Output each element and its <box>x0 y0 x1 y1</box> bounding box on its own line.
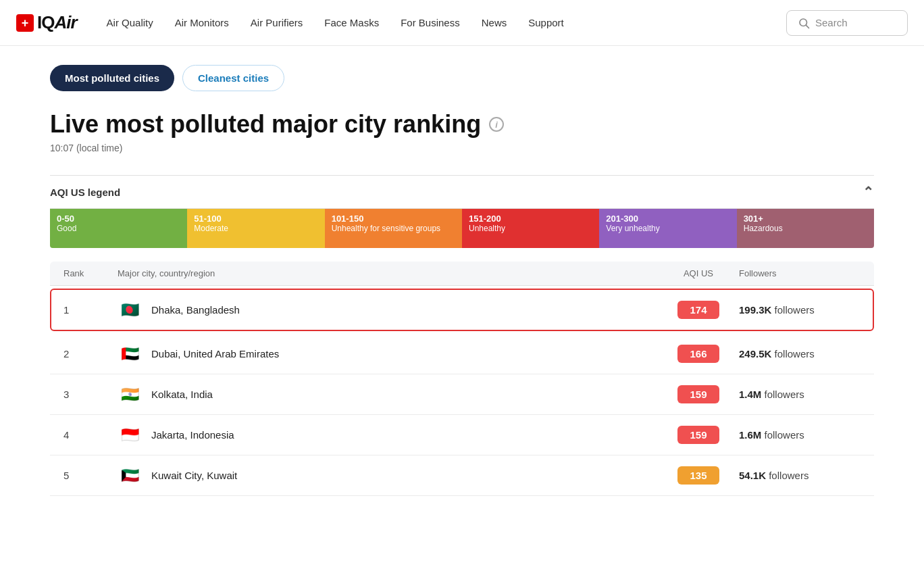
legend-label-unhealthy: Unhealthy <box>469 224 592 233</box>
legend-label-sensitive: Unhealthy for sensitive groups <box>332 224 455 233</box>
nav-for-business[interactable]: For Business <box>390 11 471 34</box>
subtitle: 10:07 (local time) <box>50 143 874 153</box>
col-header-rank: Rank <box>63 268 118 278</box>
table-header: Rank Major city, country/region AQI US F… <box>50 262 874 286</box>
tab-group: Most polluted cities Cleanest cities <box>50 65 874 91</box>
flag-icon: 🇮🇩 <box>118 426 142 444</box>
legend-header[interactable]: AQI US legend ⌃ <box>50 175 874 209</box>
aqi-value: 174 <box>677 301 719 319</box>
flag-icon: 🇧🇩 <box>118 301 142 319</box>
aqi-value: 159 <box>677 385 719 403</box>
logo-text: IQAir <box>37 12 77 33</box>
table-row[interactable]: 4 🇮🇩 Jakarta, Indonesia 159 1.6M followe… <box>50 415 874 455</box>
col-header-followers: Followers <box>739 268 861 278</box>
nav-face-masks[interactable]: Face Masks <box>313 11 390 34</box>
main-nav: Air Quality Air Monitors Air Purifiers F… <box>96 11 786 34</box>
legend-range-very-unhealthy: 201-300 <box>606 214 729 224</box>
rank-number: 3 <box>63 389 118 400</box>
nav-support[interactable]: Support <box>517 11 575 34</box>
rankings-table: Rank Major city, country/region AQI US F… <box>50 262 874 496</box>
header: + IQAir Air Quality Air Monitors Air Pur… <box>0 0 924 46</box>
page-title-area: Live most polluted major city ranking i … <box>50 110 874 153</box>
col-header-aqi: AQI US <box>658 268 739 278</box>
legend-segment-moderate: 51-100 Moderate <box>187 209 324 248</box>
tab-cleanest-cities[interactable]: Cleanest cities <box>182 65 284 91</box>
legend-title: AQI US legend <box>50 187 120 198</box>
city-info: 🇰🇼 Kuwait City, Kuwait <box>118 467 658 485</box>
legend-label-hazardous: Hazardous <box>744 224 867 233</box>
followers-col: 199.3K followers <box>739 304 861 316</box>
rank-number: 5 <box>63 470 118 481</box>
legend-bar: 0-50 Good 51-100 Moderate 101-150 Unheal… <box>50 209 874 248</box>
table-row[interactable]: 1 🇧🇩 Dhaka, Bangladesh 174 199.3K follow… <box>50 289 874 331</box>
page-title: Live most polluted major city ranking i <box>50 110 874 139</box>
search-box[interactable]: Search <box>786 10 908 36</box>
chevron-up-icon: ⌃ <box>863 184 874 200</box>
rank-number: 4 <box>63 429 118 441</box>
city-name: Kuwait City, Kuwait <box>151 470 237 481</box>
legend-range-good: 0-50 <box>57 214 180 224</box>
legend-segment-very-unhealthy: 201-300 Very unhealthy <box>599 209 736 248</box>
aqi-value: 135 <box>677 466 719 485</box>
tab-most-polluted[interactable]: Most polluted cities <box>50 65 174 91</box>
followers-label: followers <box>775 348 815 360</box>
city-name: Jakarta, Indonesia <box>151 429 234 441</box>
flag-icon: 🇰🇼 <box>118 467 142 485</box>
aqi-badge: 159 <box>658 385 739 403</box>
followers-col: 54.1K followers <box>739 470 861 481</box>
flag-icon: 🇮🇳 <box>118 386 142 403</box>
legend-label-very-unhealthy: Very unhealthy <box>606 224 729 233</box>
city-info: 🇦🇪 Dubai, United Arab Emirates <box>118 345 658 363</box>
table-row[interactable]: 5 🇰🇼 Kuwait City, Kuwait 135 54.1K follo… <box>50 455 874 496</box>
flag-icon: 🇦🇪 <box>118 345 142 363</box>
followers-label: followers <box>775 304 815 316</box>
followers-count: 1.4M <box>739 389 761 400</box>
aqi-badge: 174 <box>658 301 739 319</box>
followers-col: 1.6M followers <box>739 429 861 441</box>
followers-count: 249.5K <box>739 348 771 360</box>
city-info: 🇧🇩 Dhaka, Bangladesh <box>118 301 658 319</box>
followers-label: followers <box>765 389 804 400</box>
city-name: Kolkata, India <box>151 389 213 400</box>
aqi-value: 159 <box>677 426 719 444</box>
legend-label-good: Good <box>57 224 180 233</box>
aqi-badge: 166 <box>658 345 739 363</box>
city-name: Dubai, United Arab Emirates <box>151 348 279 360</box>
table-row[interactable]: 3 🇮🇳 Kolkata, India 159 1.4M followers <box>50 374 874 415</box>
rank-number: 2 <box>63 348 118 360</box>
svg-line-1 <box>806 25 808 28</box>
legend-range-sensitive: 101-150 <box>332 214 455 224</box>
followers-count: 199.3K <box>739 304 771 316</box>
aqi-legend: AQI US legend ⌃ 0-50 Good 51-100 Moderat… <box>50 175 874 248</box>
legend-range-moderate: 51-100 <box>194 214 317 224</box>
legend-range-hazardous: 301+ <box>744 214 867 224</box>
logo[interactable]: + IQAir <box>16 12 77 33</box>
legend-label-moderate: Moderate <box>194 224 317 233</box>
followers-label: followers <box>765 429 804 441</box>
search-placeholder: Search <box>815 17 848 28</box>
nav-news[interactable]: News <box>471 11 518 34</box>
legend-range-unhealthy: 151-200 <box>469 214 592 224</box>
followers-count: 54.1K <box>739 470 766 481</box>
nav-air-purifiers[interactable]: Air Purifiers <box>240 11 314 34</box>
followers-col: 1.4M followers <box>739 389 861 400</box>
nav-air-monitors[interactable]: Air Monitors <box>164 11 240 34</box>
city-name: Dhaka, Bangladesh <box>151 304 240 316</box>
nav-air-quality[interactable]: Air Quality <box>96 11 164 34</box>
legend-segment-good: 0-50 Good <box>50 209 187 248</box>
city-info: 🇮🇳 Kolkata, India <box>118 386 658 403</box>
legend-segment-sensitive: 101-150 Unhealthy for sensitive groups <box>325 209 462 248</box>
col-header-city: Major city, country/region <box>118 268 658 278</box>
search-icon <box>798 17 810 29</box>
followers-col: 249.5K followers <box>739 348 861 360</box>
legend-segment-hazardous: 301+ Hazardous <box>737 209 874 248</box>
info-icon[interactable]: i <box>489 117 504 132</box>
logo-flag-icon: + <box>16 14 34 32</box>
table-row[interactable]: 2 🇦🇪 Dubai, United Arab Emirates 166 249… <box>50 334 874 374</box>
aqi-value: 166 <box>677 345 719 363</box>
followers-count: 1.6M <box>739 429 761 441</box>
legend-segment-unhealthy: 151-200 Unhealthy <box>462 209 599 248</box>
rank-number: 1 <box>63 304 118 316</box>
aqi-badge: 159 <box>658 426 739 444</box>
main-content: Most polluted cities Cleanest cities Liv… <box>9 46 915 515</box>
